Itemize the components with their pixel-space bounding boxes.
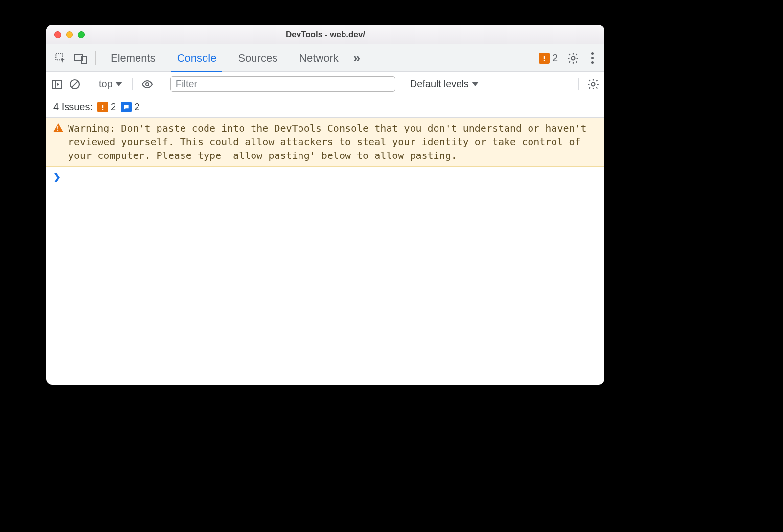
log-levels-label: Default levels <box>410 78 469 89</box>
devtools-tabs-bar: Elements Console Sources Network » 2 <box>46 44 604 72</box>
console-toolbar: top Default levels <box>46 72 604 96</box>
tab-elements[interactable]: Elements <box>100 44 166 72</box>
live-expression-eye-icon[interactable] <box>140 78 154 90</box>
context-selector[interactable]: top <box>97 78 124 89</box>
svg-point-10 <box>146 83 149 86</box>
tab-sources[interactable]: Sources <box>227 44 288 72</box>
clear-console-icon[interactable] <box>69 78 81 90</box>
svg-point-5 <box>572 56 575 60</box>
filter-input[interactable] <box>170 76 395 92</box>
svg-line-9 <box>72 81 78 87</box>
device-toggle-icon[interactable] <box>74 52 88 65</box>
svg-rect-13 <box>102 108 103 109</box>
more-tabs-icon[interactable]: » <box>349 50 364 66</box>
console-prompt[interactable]: ❯ <box>46 167 604 187</box>
inspect-element-icon[interactable] <box>54 52 67 65</box>
window-zoom-button[interactable] <box>78 31 85 38</box>
issues-row[interactable]: 4 Issues: 2 2 <box>46 96 604 118</box>
toolbar-divider <box>132 78 133 90</box>
window-close-button[interactable] <box>54 31 61 38</box>
issues-orange-count: 2 <box>111 101 116 112</box>
issues-label: 4 Issues: <box>53 101 92 112</box>
window-titlebar: DevTools - web.dev/ <box>46 25 604 44</box>
toolbar-divider <box>95 51 96 65</box>
svg-rect-3 <box>544 56 545 59</box>
window-title: DevTools - web.dev/ <box>46 30 604 40</box>
chevron-down-icon <box>115 82 122 86</box>
svg-rect-4 <box>544 59 545 60</box>
warning-text: Warning: Don't paste code into the DevTo… <box>68 121 598 162</box>
issues-blue-chip[interactable]: 2 <box>121 101 139 112</box>
window-controls <box>54 31 85 38</box>
window-minimize-button[interactable] <box>66 31 73 38</box>
warning-message-row: Warning: Don't paste code into the DevTo… <box>46 118 604 167</box>
info-badge-icon <box>121 102 132 112</box>
chevron-right-icon: ❯ <box>53 172 61 182</box>
tabs-right-controls: 2 <box>539 52 600 65</box>
svg-point-11 <box>592 82 595 86</box>
inspect-controls <box>50 52 92 65</box>
svg-rect-12 <box>102 105 103 108</box>
warning-badge-icon <box>539 53 550 64</box>
context-label: top <box>99 78 113 89</box>
devtools-window: DevTools - web.dev/ Elements Console Sou… <box>46 25 604 385</box>
console-settings-gear-icon[interactable] <box>587 78 599 90</box>
toolbar-divider <box>162 78 162 90</box>
chevron-down-icon <box>472 82 479 86</box>
issues-orange-chip[interactable]: 2 <box>97 101 116 112</box>
warning-triangle-icon <box>53 123 63 132</box>
warning-badge-icon <box>97 102 108 112</box>
log-levels-selector[interactable]: Default levels <box>410 78 479 89</box>
topbar-issues-count: 2 <box>553 52 558 64</box>
kebab-menu-icon[interactable] <box>588 52 597 64</box>
tab-console[interactable]: Console <box>166 44 228 72</box>
topbar-issues-badge[interactable]: 2 <box>539 52 558 64</box>
issues-blue-count: 2 <box>134 101 139 112</box>
toolbar-divider <box>578 78 579 90</box>
tab-network[interactable]: Network <box>288 44 349 72</box>
sidebar-toggle-icon[interactable] <box>51 78 63 90</box>
toolbar-divider <box>89 78 89 90</box>
settings-gear-icon[interactable] <box>567 52 579 65</box>
